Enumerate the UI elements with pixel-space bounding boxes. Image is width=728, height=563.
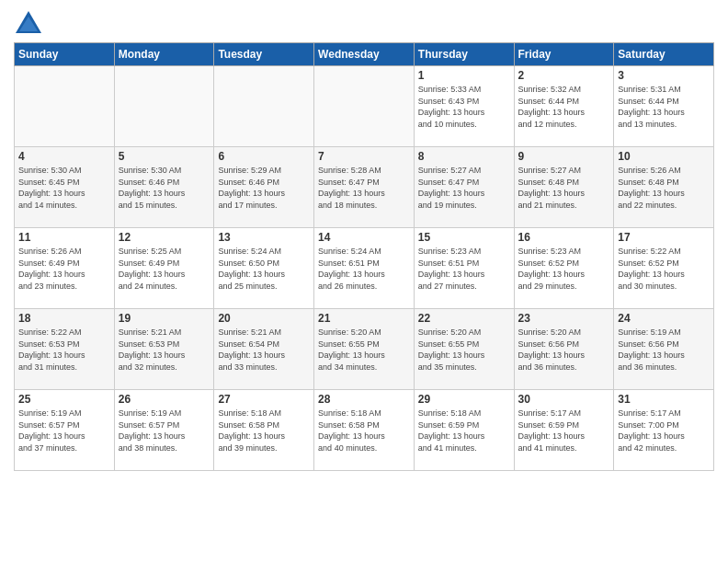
day-info: Sunrise: 5:29 AM Sunset: 6:46 PM Dayligh…: [218, 165, 310, 211]
day-cell: [15, 66, 115, 147]
day-cell: 8Sunrise: 5:27 AM Sunset: 6:47 PM Daylig…: [414, 147, 514, 228]
day-number: 8: [418, 150, 510, 163]
day-number: 7: [318, 150, 410, 163]
day-cell: 20Sunrise: 5:21 AM Sunset: 6:54 PM Dayli…: [214, 309, 314, 390]
day-info: Sunrise: 5:20 AM Sunset: 6:55 PM Dayligh…: [418, 327, 510, 373]
day-number: 26: [119, 393, 210, 406]
day-number: 15: [418, 231, 510, 244]
day-number: 21: [318, 312, 410, 325]
day-cell: 29Sunrise: 5:18 AM Sunset: 6:59 PM Dayli…: [414, 390, 514, 471]
day-cell: 18Sunrise: 5:22 AM Sunset: 6:53 PM Dayli…: [15, 309, 115, 390]
day-header-thursday: Thursday: [414, 43, 514, 66]
day-number: 20: [218, 312, 310, 325]
day-info: Sunrise: 5:30 AM Sunset: 6:46 PM Dayligh…: [119, 165, 210, 211]
day-cell: 24Sunrise: 5:19 AM Sunset: 6:56 PM Dayli…: [614, 309, 714, 390]
day-number: 10: [618, 150, 710, 163]
week-row-2: 4Sunrise: 5:30 AM Sunset: 6:45 PM Daylig…: [15, 147, 714, 228]
day-cell: 6Sunrise: 5:29 AM Sunset: 6:46 PM Daylig…: [214, 147, 314, 228]
day-cell: 27Sunrise: 5:18 AM Sunset: 6:58 PM Dayli…: [214, 390, 314, 471]
day-info: Sunrise: 5:32 AM Sunset: 6:44 PM Dayligh…: [518, 84, 610, 130]
day-info: Sunrise: 5:25 AM Sunset: 6:49 PM Dayligh…: [119, 246, 210, 292]
day-info: Sunrise: 5:19 AM Sunset: 6:56 PM Dayligh…: [618, 327, 710, 373]
day-header-friday: Friday: [514, 43, 614, 66]
day-cell: [314, 66, 415, 147]
day-cell: 21Sunrise: 5:20 AM Sunset: 6:55 PM Dayli…: [314, 309, 415, 390]
day-number: 31: [618, 393, 710, 406]
week-row-3: 11Sunrise: 5:26 AM Sunset: 6:49 PM Dayli…: [15, 228, 714, 309]
day-info: Sunrise: 5:21 AM Sunset: 6:53 PM Dayligh…: [119, 327, 210, 373]
day-number: 3: [618, 69, 710, 82]
day-cell: 11Sunrise: 5:26 AM Sunset: 6:49 PM Dayli…: [15, 228, 115, 309]
day-cell: 12Sunrise: 5:25 AM Sunset: 6:49 PM Dayli…: [114, 228, 214, 309]
day-cell: 31Sunrise: 5:17 AM Sunset: 7:00 PM Dayli…: [614, 390, 714, 471]
day-cell: 17Sunrise: 5:22 AM Sunset: 6:52 PM Dayli…: [614, 228, 714, 309]
day-info: Sunrise: 5:27 AM Sunset: 6:48 PM Dayligh…: [518, 165, 610, 211]
day-cell: 26Sunrise: 5:19 AM Sunset: 6:57 PM Dayli…: [114, 390, 214, 471]
day-number: 9: [518, 150, 610, 163]
day-header-tuesday: Tuesday: [214, 43, 314, 66]
day-info: Sunrise: 5:18 AM Sunset: 6:59 PM Dayligh…: [418, 408, 510, 454]
day-cell: 7Sunrise: 5:28 AM Sunset: 6:47 PM Daylig…: [314, 147, 415, 228]
day-number: 29: [418, 393, 510, 406]
day-info: Sunrise: 5:23 AM Sunset: 6:51 PM Dayligh…: [418, 246, 510, 292]
day-info: Sunrise: 5:22 AM Sunset: 6:52 PM Dayligh…: [618, 246, 710, 292]
day-info: Sunrise: 5:30 AM Sunset: 6:45 PM Dayligh…: [18, 165, 110, 211]
day-number: 16: [518, 231, 610, 244]
day-info: Sunrise: 5:20 AM Sunset: 6:55 PM Dayligh…: [318, 327, 410, 373]
day-number: 5: [119, 150, 210, 163]
header-row: SundayMondayTuesdayWednesdayThursdayFrid…: [15, 43, 714, 66]
day-header-monday: Monday: [114, 43, 214, 66]
day-cell: 3Sunrise: 5:31 AM Sunset: 6:44 PM Daylig…: [614, 66, 714, 147]
day-info: Sunrise: 5:31 AM Sunset: 6:44 PM Dayligh…: [618, 84, 710, 130]
day-cell: 14Sunrise: 5:24 AM Sunset: 6:51 PM Dayli…: [314, 228, 415, 309]
day-cell: 22Sunrise: 5:20 AM Sunset: 6:55 PM Dayli…: [414, 309, 514, 390]
day-info: Sunrise: 5:33 AM Sunset: 6:43 PM Dayligh…: [418, 84, 510, 130]
day-cell: 25Sunrise: 5:19 AM Sunset: 6:57 PM Dayli…: [15, 390, 115, 471]
day-cell: 1Sunrise: 5:33 AM Sunset: 6:43 PM Daylig…: [414, 66, 514, 147]
day-number: 27: [218, 393, 310, 406]
day-info: Sunrise: 5:17 AM Sunset: 7:00 PM Dayligh…: [618, 408, 710, 454]
day-cell: [114, 66, 214, 147]
day-cell: 30Sunrise: 5:17 AM Sunset: 6:59 PM Dayli…: [514, 390, 614, 471]
day-number: 24: [618, 312, 710, 325]
day-number: 11: [18, 231, 110, 244]
day-cell: 19Sunrise: 5:21 AM Sunset: 6:53 PM Dayli…: [114, 309, 214, 390]
day-number: 1: [418, 69, 510, 82]
day-number: 4: [18, 150, 110, 163]
day-number: 17: [618, 231, 710, 244]
day-number: 13: [218, 231, 310, 244]
week-row-4: 18Sunrise: 5:22 AM Sunset: 6:53 PM Dayli…: [15, 309, 714, 390]
day-info: Sunrise: 5:19 AM Sunset: 6:57 PM Dayligh…: [119, 408, 210, 454]
day-number: 14: [318, 231, 410, 244]
day-number: 28: [318, 393, 410, 406]
day-header-wednesday: Wednesday: [314, 43, 415, 66]
day-info: Sunrise: 5:24 AM Sunset: 6:50 PM Dayligh…: [218, 246, 310, 292]
logo: [14, 9, 47, 35]
day-info: Sunrise: 5:20 AM Sunset: 6:56 PM Dayligh…: [518, 327, 610, 373]
day-info: Sunrise: 5:18 AM Sunset: 6:58 PM Dayligh…: [218, 408, 310, 454]
day-number: 23: [518, 312, 610, 325]
day-number: 19: [119, 312, 210, 325]
day-info: Sunrise: 5:23 AM Sunset: 6:52 PM Dayligh…: [518, 246, 610, 292]
day-info: Sunrise: 5:24 AM Sunset: 6:51 PM Dayligh…: [318, 246, 410, 292]
day-cell: 9Sunrise: 5:27 AM Sunset: 6:48 PM Daylig…: [514, 147, 614, 228]
calendar-table: SundayMondayTuesdayWednesdayThursdayFrid…: [14, 42, 714, 471]
day-header-saturday: Saturday: [614, 43, 714, 66]
day-cell: 5Sunrise: 5:30 AM Sunset: 6:46 PM Daylig…: [114, 147, 214, 228]
day-cell: 23Sunrise: 5:20 AM Sunset: 6:56 PM Dayli…: [514, 309, 614, 390]
day-info: Sunrise: 5:26 AM Sunset: 6:48 PM Dayligh…: [618, 165, 710, 211]
day-info: Sunrise: 5:19 AM Sunset: 6:57 PM Dayligh…: [18, 408, 110, 454]
day-number: 2: [518, 69, 610, 82]
day-info: Sunrise: 5:17 AM Sunset: 6:59 PM Dayligh…: [518, 408, 610, 454]
day-info: Sunrise: 5:22 AM Sunset: 6:53 PM Dayligh…: [18, 327, 110, 373]
header: [14, 9, 714, 35]
day-number: 25: [18, 393, 110, 406]
day-info: Sunrise: 5:28 AM Sunset: 6:47 PM Dayligh…: [318, 165, 410, 211]
day-cell: 13Sunrise: 5:24 AM Sunset: 6:50 PM Dayli…: [214, 228, 314, 309]
day-cell: 4Sunrise: 5:30 AM Sunset: 6:45 PM Daylig…: [15, 147, 115, 228]
day-cell: [214, 66, 314, 147]
day-number: 12: [119, 231, 210, 244]
day-cell: 16Sunrise: 5:23 AM Sunset: 6:52 PM Dayli…: [514, 228, 614, 309]
day-cell: 2Sunrise: 5:32 AM Sunset: 6:44 PM Daylig…: [514, 66, 614, 147]
day-number: 30: [518, 393, 610, 406]
